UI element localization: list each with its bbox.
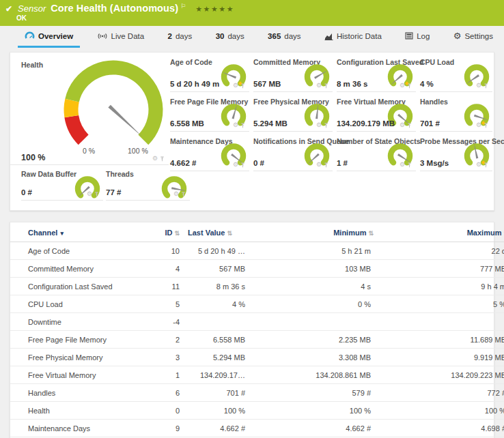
- pin-icon[interactable]: [240, 83, 245, 89]
- cell-id: 0: [147, 402, 184, 420]
- gear-icon[interactable]: ⚙: [400, 122, 405, 128]
- pin-icon[interactable]: [484, 123, 488, 128]
- pin-icon[interactable]: [407, 83, 412, 89]
- pin-icon[interactable]: [407, 162, 412, 168]
- gauge-tile[interactable]: Free Page File Memory 6.558 MB ⚙: [170, 96, 249, 132]
- gear-icon[interactable]: ⚙: [400, 83, 405, 89]
- table-row[interactable]: Free Page File Memory 2 6.558 MB 2.235 M…: [10, 331, 504, 349]
- gear-icon[interactable]: ⚙: [233, 162, 238, 168]
- flag-icon[interactable]: ⚐: [180, 3, 186, 10]
- gauge-icon: [25, 31, 35, 40]
- cell-maximum: 772 #: [390, 384, 504, 402]
- column-header-maximum[interactable]: Maximum⇅: [390, 222, 504, 242]
- tab-live-data[interactable]: Live Data: [90, 26, 152, 48]
- gauge-title: Raw Data Buffer: [21, 170, 76, 178]
- gear-icon[interactable]: ⚙: [87, 191, 92, 197]
- tab-2-days[interactable]: 2 days: [161, 26, 199, 48]
- tab-365-days[interactable]: 365 days: [261, 26, 307, 48]
- tab-overview[interactable]: Overview: [18, 26, 80, 48]
- table-row[interactable]: Free Virtual Memory 1 134.209.17… 134.20…: [10, 366, 504, 384]
- gauge-tile[interactable]: Free Virtual Memory 134.209.179 MB ⚙: [337, 96, 416, 132]
- cell-channel[interactable]: Free Page File Memory: [10, 331, 147, 349]
- column-header-minimum[interactable]: Minimum⇅: [249, 222, 390, 242]
- gear-icon[interactable]: ⚙: [476, 162, 481, 168]
- tab-30-days[interactable]: 30 days: [209, 26, 251, 48]
- gear-icon[interactable]: ⚙: [152, 156, 158, 162]
- gauge-tile[interactable]: Free Physical Memory 5.294 MB ⚙: [253, 96, 333, 132]
- pin-icon[interactable]: [324, 123, 328, 128]
- cell-channel[interactable]: Age of Code: [10, 242, 147, 260]
- gauge-value: 0 #: [253, 159, 264, 167]
- gear-icon[interactable]: ⚙: [476, 122, 481, 128]
- column-header-channel[interactable]: Channel▾: [10, 222, 147, 242]
- column-header-last-value[interactable]: Last Value⇅: [184, 222, 249, 242]
- pin-icon[interactable]: [240, 162, 245, 168]
- log-icon: [405, 32, 413, 40]
- cell-id: 9: [147, 420, 184, 437]
- gauge-tile[interactable]: Threads 77 # ⚙: [106, 169, 190, 201]
- status-check-icon: ✔: [5, 4, 12, 14]
- gauge-tile[interactable]: Handles 701 # ⚙: [420, 96, 492, 132]
- table-row[interactable]: Committed Memory 4 567 MB 103 MB 777 MB: [10, 260, 504, 278]
- pin-icon[interactable]: [324, 162, 328, 168]
- tab-log[interactable]: Log: [398, 26, 436, 48]
- tab-historic-data[interactable]: Historic Data: [318, 26, 389, 48]
- cell-channel[interactable]: Downtime: [10, 313, 147, 331]
- table-row[interactable]: Health 0 100 % 100 % 100 %: [10, 402, 504, 420]
- pin-icon[interactable]: [484, 162, 488, 168]
- table-row[interactable]: CPU Load 5 4 % 0 % 5 %: [10, 295, 504, 313]
- pin-icon[interactable]: [324, 83, 328, 89]
- sort-icon: ⇅: [227, 230, 232, 237]
- table-row[interactable]: Handles 6 701 # 579 # 772 #: [10, 384, 504, 402]
- pin-icon[interactable]: [160, 156, 165, 162]
- gauge-tile[interactable]: Probe Messages per Second 3 Msg/s ⚙: [420, 136, 492, 171]
- gauge-tile[interactable]: Configuration Last Saved 8 m 36 s ⚙: [337, 57, 416, 92]
- tab-settings[interactable]: ⚙ Settings: [447, 26, 500, 48]
- sort-desc-icon: ▾: [60, 230, 64, 237]
- pin-icon[interactable]: [94, 192, 99, 197]
- cell-channel[interactable]: CPU Load: [10, 295, 147, 313]
- column-header-id[interactable]: ID⇅: [147, 222, 184, 242]
- table-row[interactable]: Configuration Last Saved 11 8 m 36 s 4 s…: [10, 278, 504, 295]
- gauge-tile[interactable]: Number of State Objects 1 # ⚙: [337, 136, 416, 171]
- cell-channel[interactable]: Free Virtual Memory: [10, 366, 147, 384]
- gauge-value: 8 m 36 s: [337, 80, 367, 88]
- cell-channel[interactable]: Free Physical Memory: [10, 349, 147, 366]
- pin-icon[interactable]: [181, 192, 186, 197]
- gauge-tile[interactable]: Raw Data Buffer 0 # ⚙: [21, 169, 103, 201]
- gear-icon[interactable]: ⚙: [476, 83, 481, 89]
- table-row[interactable]: Free Physical Memory 3 5.294 MB 3.308 MB…: [10, 349, 504, 366]
- gear-icon[interactable]: ⚙: [173, 191, 179, 197]
- cell-channel[interactable]: Configuration Last Saved: [10, 278, 147, 295]
- priority-stars[interactable]: ★★★★★: [195, 5, 234, 14]
- gear-icon[interactable]: ⚙: [233, 122, 238, 128]
- cell-minimum: 3.308 MB: [249, 349, 390, 366]
- gauge-tile[interactable]: Committed Memory 567 MB ⚙: [253, 57, 333, 92]
- cell-minimum: 579 #: [249, 384, 390, 402]
- gauge-tile[interactable]: Maintenance Days 4.662 # ⚙: [170, 136, 249, 171]
- cell-channel[interactable]: Health: [10, 402, 147, 420]
- cell-maximum: 9.919 MB: [390, 349, 504, 366]
- cell-minimum: 4 s: [249, 278, 390, 295]
- gauge-tile[interactable]: Age of Code 5 d 20 h 49 m ⚙: [170, 57, 249, 92]
- table-row[interactable]: Age of Code 10 5 d 20 h 49 … 5 h 21 m 22…: [10, 242, 504, 260]
- gauge-tile[interactable]: Notifications in Send Queue 0 # ⚙: [253, 136, 333, 171]
- cell-minimum: 2.235 MB: [249, 331, 390, 349]
- gear-icon[interactable]: ⚙: [316, 83, 322, 89]
- gear-icon[interactable]: ⚙: [233, 83, 238, 89]
- cell-channel[interactable]: Committed Memory: [10, 260, 147, 278]
- cell-last-value: 4 %: [184, 295, 249, 313]
- table-row[interactable]: Downtime -4: [10, 313, 504, 331]
- gear-icon[interactable]: ⚙: [316, 162, 322, 168]
- gauge-max-label: 100 %: [128, 147, 148, 155]
- cell-channel[interactable]: Handles: [10, 384, 147, 402]
- pin-icon[interactable]: [407, 123, 412, 128]
- gear-icon[interactable]: ⚙: [316, 122, 322, 128]
- pin-icon[interactable]: [484, 83, 488, 89]
- cell-channel[interactable]: Maintenance Days: [10, 420, 147, 437]
- pin-icon[interactable]: [240, 123, 245, 128]
- gauge-tile[interactable]: CPU Load 4 % ⚙: [420, 57, 492, 92]
- table-row[interactable]: Maintenance Days 9 4.662 # 4.662 # 4.698…: [10, 420, 504, 437]
- gear-icon[interactable]: ⚙: [400, 162, 405, 168]
- health-gauge-tile[interactable]: Health 0 % 100 % 100 % ⚙: [10, 57, 169, 165]
